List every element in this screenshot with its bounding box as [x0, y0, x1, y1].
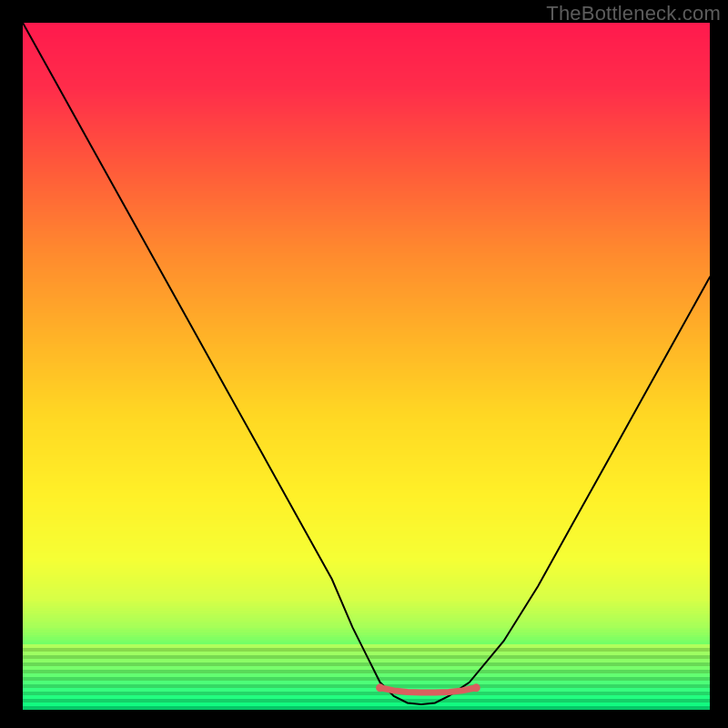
- bottleneck-curve: [23, 23, 710, 704]
- flat-segment-dot-left: [376, 683, 384, 692]
- plot-area: [23, 23, 710, 710]
- watermark-text: TheBottleneck.com: [546, 2, 721, 25]
- flat-segment-dot-right: [472, 683, 480, 692]
- chart-frame: TheBottleneck.com: [0, 0, 728, 728]
- curve-layer: [23, 23, 710, 710]
- flat-segment: [380, 688, 477, 693]
